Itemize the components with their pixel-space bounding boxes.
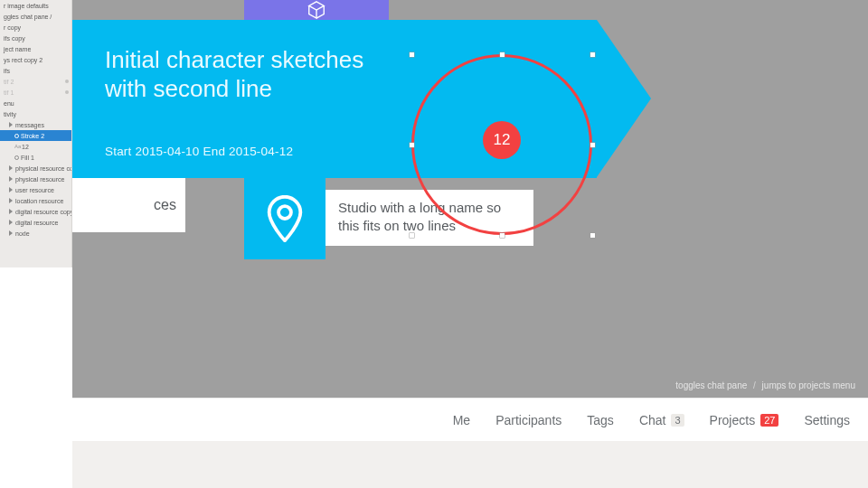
canvas-inner: Initial character sketches with second l… (72, 0, 868, 398)
cube-header-block[interactable] (244, 0, 389, 20)
layer-label: tif 1 (4, 89, 14, 96)
location-block[interactable] (244, 178, 326, 259)
messages-badge[interactable]: 12 (483, 121, 521, 159)
selection-handle[interactable] (410, 52, 414, 57)
layer-label: Stroke 2 (21, 133, 44, 139)
layer-label: r copy (4, 24, 21, 31)
layer-label: tivity (4, 111, 16, 117)
projects-count-badge: 27 (760, 414, 778, 427)
layer-label: ject name (4, 46, 31, 52)
layer-row[interactable]: Stroke 2 (0, 130, 71, 141)
layer-row[interactable]: digital resource copy (0, 206, 71, 217)
layer-row[interactable]: ifs copy (0, 33, 71, 43)
layer-label: node (15, 230, 30, 237)
artboard-canvas[interactable]: Initial character sketches with second l… (72, 0, 868, 398)
hint-sep: / (753, 380, 756, 390)
task-title-line2: with second line (105, 75, 272, 102)
hint-left: toggles chat pane (675, 380, 747, 390)
below-toolbar-area (72, 441, 868, 488)
tab-participants-label: Participants (495, 413, 561, 427)
tab-settings[interactable]: Settings (804, 413, 850, 427)
layer-label: ifs copy (4, 35, 25, 42)
layer-row[interactable]: physical resource copy (0, 163, 71, 174)
layer-label: r image defaults (4, 3, 49, 9)
selection-handle[interactable] (590, 233, 595, 238)
layer-label: ifs (4, 68, 10, 74)
hint-right: jumps to projects menu (762, 380, 855, 390)
layer-row[interactable]: r image defaults (0, 0, 71, 11)
selection-handle[interactable] (500, 52, 505, 57)
tab-me-label: Me (453, 413, 470, 427)
layer-row[interactable]: tif 2 (0, 76, 71, 87)
task-title-line1: Initial character sketches (105, 46, 363, 73)
layer-row[interactable]: user resource (0, 184, 71, 195)
tab-tags[interactable]: Tags (587, 413, 614, 427)
layer-label: enu (4, 100, 14, 107)
tab-projects[interactable]: Projects 27 (710, 413, 779, 427)
tab-participants[interactable]: Participants (495, 413, 561, 427)
selection-handle[interactable] (410, 233, 414, 238)
layer-label: location resource (15, 198, 63, 204)
tab-projects-label: Projects (710, 413, 756, 427)
layer-label: Fill 1 (21, 155, 34, 161)
layer-row[interactable]: tivity (0, 108, 71, 119)
layer-row[interactable]: physical resource (0, 174, 71, 184)
svg-point-0 (278, 206, 291, 219)
layer-row[interactable]: messages (0, 119, 71, 130)
gesture-hint: toggles chat pane / jumps to projects me… (675, 380, 855, 390)
layer-label: ggles chat pane / (4, 14, 52, 20)
layer-row[interactable]: Aa12 (0, 141, 71, 152)
visibility-icon[interactable] (65, 90, 69, 94)
layer-row[interactable]: ifs (0, 65, 71, 76)
layer-label: 12 (22, 144, 29, 150)
layer-row[interactable]: digital resource (0, 217, 71, 228)
chat-count-badge: 3 (671, 414, 684, 427)
tab-chat[interactable]: Chat 3 (639, 413, 684, 427)
tab-chat-label: Chat (639, 413, 666, 427)
studio-text: Studio with a long name so this fits on … (338, 200, 501, 233)
cube-icon (307, 0, 326, 20)
layer-label: digital resource (15, 220, 58, 226)
task-card-dates: Start 2015-04-10 End 2015-04-12 (105, 145, 293, 158)
layer-label: tif 2 (4, 79, 14, 85)
resources-text: ces (154, 197, 176, 213)
layer-row[interactable]: ject name (0, 43, 71, 54)
layer-label: digital resource copy (15, 209, 71, 215)
layer-row[interactable]: ggles chat pane / (0, 11, 71, 22)
selection-handle[interactable] (410, 143, 414, 147)
layer-row[interactable]: Fill 1 (0, 152, 71, 163)
layer-row[interactable]: location resource (0, 195, 71, 206)
resources-card-fragment[interactable]: ces (72, 178, 185, 232)
messages-badge-count: 12 (494, 131, 511, 149)
map-pin-icon (266, 195, 304, 242)
layer-label: ys rect copy 2 (4, 57, 42, 63)
layer-row[interactable]: ys rect copy 2 (0, 54, 71, 65)
task-card[interactable]: Initial character sketches with second l… (72, 20, 597, 178)
layer-row[interactable]: r copy (0, 22, 71, 33)
bottom-toolbar: Me Participants Tags Chat 3 Projects 27 … (72, 398, 868, 441)
selection-handle[interactable] (500, 233, 505, 238)
layer-row[interactable]: node (0, 228, 71, 239)
task-card-title: Initial character sketches with second l… (105, 45, 363, 103)
tab-tags-label: Tags (587, 413, 614, 427)
layers-panel[interactable]: r image defaultsggles chat pane /r copyi… (0, 0, 72, 267)
layer-label: user resource (15, 187, 54, 193)
layer-label: physical resource (15, 176, 64, 183)
tab-settings-label: Settings (804, 413, 850, 427)
layer-label: messages (15, 122, 44, 128)
layer-row[interactable]: enu (0, 98, 71, 108)
tab-me[interactable]: Me (453, 413, 470, 427)
selection-handle[interactable] (590, 52, 595, 57)
layer-row[interactable]: tif 1 (0, 87, 71, 98)
layer-label: physical resource copy (15, 165, 71, 172)
selection-handle[interactable] (590, 143, 595, 147)
visibility-icon[interactable] (65, 80, 69, 83)
